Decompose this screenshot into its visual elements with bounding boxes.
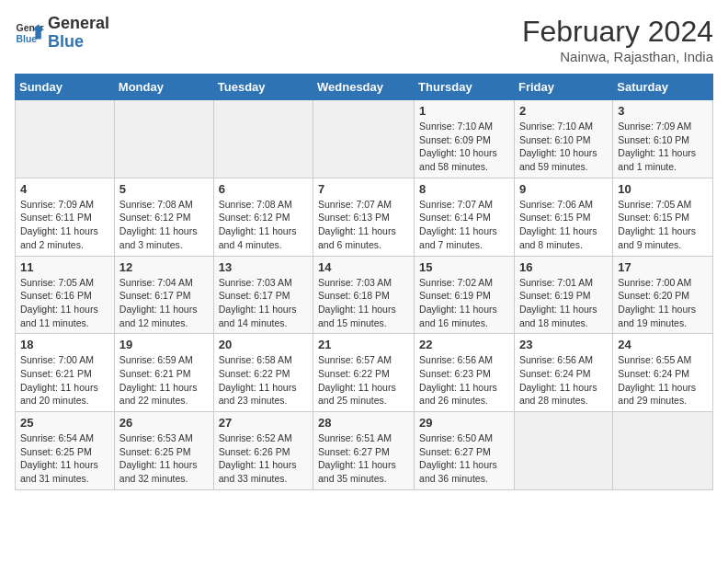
- day-number: 6: [219, 182, 308, 196]
- calendar-cell: [16, 100, 115, 178]
- day-info: Sunrise: 7:10 AM Sunset: 6:10 PM Dayligh…: [519, 120, 608, 174]
- calendar-cell: 14Sunrise: 7:03 AM Sunset: 6:18 PM Dayli…: [313, 256, 415, 334]
- day-info: Sunrise: 7:10 AM Sunset: 6:09 PM Dayligh…: [419, 120, 509, 174]
- day-number: 8: [419, 182, 509, 196]
- calendar-cell: [114, 100, 213, 178]
- day-info: Sunrise: 7:07 AM Sunset: 6:13 PM Dayligh…: [318, 198, 409, 252]
- day-number: 26: [119, 416, 209, 430]
- calendar-cell: [313, 100, 415, 178]
- day-number: 17: [618, 260, 708, 274]
- day-number: 20: [219, 338, 308, 351]
- day-info: Sunrise: 7:05 AM Sunset: 6:15 PM Dayligh…: [618, 198, 708, 252]
- day-number: 4: [20, 182, 109, 196]
- week-row-4: 18Sunrise: 7:00 AM Sunset: 6:21 PM Dayli…: [16, 334, 713, 412]
- title-area: February 2024 Nainwa, Rajasthan, India: [522, 15, 713, 64]
- location-subtitle: Nainwa, Rajasthan, India: [522, 49, 713, 64]
- day-number: 7: [318, 182, 409, 196]
- day-info: Sunrise: 6:52 AM Sunset: 6:26 PM Dayligh…: [219, 431, 308, 486]
- calendar-cell: 7Sunrise: 7:07 AM Sunset: 6:13 PM Daylig…: [313, 178, 415, 256]
- day-info: Sunrise: 7:08 AM Sunset: 6:12 PM Dayligh…: [219, 198, 308, 252]
- week-row-3: 11Sunrise: 7:05 AM Sunset: 6:16 PM Dayli…: [16, 256, 713, 334]
- calendar-cell: 25Sunrise: 6:54 AM Sunset: 6:25 PM Dayli…: [16, 412, 115, 490]
- calendar-cell: 3Sunrise: 7:09 AM Sunset: 6:10 PM Daylig…: [613, 100, 713, 178]
- calendar-cell: 12Sunrise: 7:04 AM Sunset: 6:17 PM Dayli…: [114, 256, 213, 334]
- day-info: Sunrise: 6:56 AM Sunset: 6:24 PM Dayligh…: [519, 353, 608, 408]
- day-info: Sunrise: 6:51 AM Sunset: 6:27 PM Dayligh…: [318, 431, 409, 486]
- day-info: Sunrise: 7:00 AM Sunset: 6:20 PM Dayligh…: [618, 276, 708, 330]
- calendar-cell: 2Sunrise: 7:10 AM Sunset: 6:10 PM Daylig…: [514, 100, 612, 178]
- logo-general: General: [48, 14, 109, 32]
- day-number: 3: [618, 104, 708, 118]
- calendar-cell: 10Sunrise: 7:05 AM Sunset: 6:15 PM Dayli…: [613, 178, 713, 256]
- calendar-cell: 15Sunrise: 7:02 AM Sunset: 6:19 PM Dayli…: [415, 256, 515, 334]
- weekday-header-row: SundayMondayTuesdayWednesdayThursdayFrid…: [16, 75, 713, 100]
- day-info: Sunrise: 7:09 AM Sunset: 6:11 PM Dayligh…: [20, 198, 109, 252]
- calendar-cell: 1Sunrise: 7:10 AM Sunset: 6:09 PM Daylig…: [415, 100, 515, 178]
- week-row-2: 4Sunrise: 7:09 AM Sunset: 6:11 PM Daylig…: [16, 178, 713, 256]
- calendar-cell: 11Sunrise: 7:05 AM Sunset: 6:16 PM Dayli…: [16, 256, 115, 334]
- week-row-1: 1Sunrise: 7:10 AM Sunset: 6:09 PM Daylig…: [16, 100, 713, 178]
- day-number: 18: [20, 338, 109, 351]
- day-info: Sunrise: 7:07 AM Sunset: 6:14 PM Dayligh…: [419, 198, 509, 252]
- calendar-cell: 26Sunrise: 6:53 AM Sunset: 6:25 PM Dayli…: [114, 412, 213, 490]
- day-number: 22: [419, 338, 509, 351]
- calendar-cell: 28Sunrise: 6:51 AM Sunset: 6:27 PM Dayli…: [313, 412, 415, 490]
- logo-blue: Blue: [48, 32, 84, 51]
- calendar-cell: 6Sunrise: 7:08 AM Sunset: 6:12 PM Daylig…: [213, 178, 313, 256]
- day-number: 10: [618, 182, 708, 196]
- day-info: Sunrise: 6:55 AM Sunset: 6:24 PM Dayligh…: [618, 353, 708, 408]
- calendar-table: SundayMondayTuesdayWednesdayThursdayFrid…: [15, 74, 713, 490]
- calendar-cell: 18Sunrise: 7:00 AM Sunset: 6:21 PM Dayli…: [16, 334, 115, 412]
- weekday-header-friday: Friday: [514, 75, 612, 100]
- logo: General Blue General Blue: [15, 15, 109, 52]
- calendar-cell: 4Sunrise: 7:09 AM Sunset: 6:11 PM Daylig…: [16, 178, 115, 256]
- day-info: Sunrise: 7:03 AM Sunset: 6:17 PM Dayligh…: [219, 276, 308, 330]
- calendar-cell: 9Sunrise: 7:06 AM Sunset: 6:15 PM Daylig…: [514, 178, 612, 256]
- day-number: 24: [618, 338, 708, 351]
- calendar-cell: 5Sunrise: 7:08 AM Sunset: 6:12 PM Daylig…: [114, 178, 213, 256]
- day-number: 29: [419, 416, 509, 430]
- page-header: General Blue General Blue February 2024 …: [15, 15, 713, 64]
- weekday-header-wednesday: Wednesday: [313, 75, 415, 100]
- logo-text: General Blue: [48, 15, 109, 52]
- calendar-cell: 20Sunrise: 6:58 AM Sunset: 6:22 PM Dayli…: [213, 334, 313, 412]
- month-title: February 2024: [522, 15, 713, 49]
- day-info: Sunrise: 6:54 AM Sunset: 6:25 PM Dayligh…: [20, 431, 109, 486]
- weekday-header-saturday: Saturday: [613, 75, 713, 100]
- logo-icon: General Blue: [15, 18, 44, 48]
- day-info: Sunrise: 7:04 AM Sunset: 6:17 PM Dayligh…: [119, 276, 209, 330]
- calendar-cell: 24Sunrise: 6:55 AM Sunset: 6:24 PM Dayli…: [613, 334, 713, 412]
- calendar-cell: 13Sunrise: 7:03 AM Sunset: 6:17 PM Dayli…: [213, 256, 313, 334]
- calendar-cell: 23Sunrise: 6:56 AM Sunset: 6:24 PM Dayli…: [514, 334, 612, 412]
- day-info: Sunrise: 6:58 AM Sunset: 6:22 PM Dayligh…: [219, 353, 308, 408]
- day-info: Sunrise: 6:57 AM Sunset: 6:22 PM Dayligh…: [318, 353, 409, 408]
- day-info: Sunrise: 7:01 AM Sunset: 6:19 PM Dayligh…: [519, 276, 608, 330]
- calendar-cell: 22Sunrise: 6:56 AM Sunset: 6:23 PM Dayli…: [415, 334, 515, 412]
- day-info: Sunrise: 7:08 AM Sunset: 6:12 PM Dayligh…: [119, 198, 209, 252]
- day-info: Sunrise: 7:05 AM Sunset: 6:16 PM Dayligh…: [20, 276, 109, 330]
- calendar-cell: 17Sunrise: 7:00 AM Sunset: 6:20 PM Dayli…: [613, 256, 713, 334]
- weekday-header-tuesday: Tuesday: [213, 75, 313, 100]
- day-number: 14: [318, 260, 409, 274]
- day-number: 5: [119, 182, 209, 196]
- day-number: 11: [20, 260, 109, 274]
- calendar-cell: 21Sunrise: 6:57 AM Sunset: 6:22 PM Dayli…: [313, 334, 415, 412]
- calendar-cell: [613, 412, 713, 490]
- calendar-cell: 16Sunrise: 7:01 AM Sunset: 6:19 PM Dayli…: [514, 256, 612, 334]
- day-number: 13: [219, 260, 308, 274]
- day-number: 1: [419, 104, 509, 118]
- day-info: Sunrise: 7:09 AM Sunset: 6:10 PM Dayligh…: [618, 120, 708, 174]
- day-number: 16: [519, 260, 608, 274]
- calendar-cell: 19Sunrise: 6:59 AM Sunset: 6:21 PM Dayli…: [114, 334, 213, 412]
- day-info: Sunrise: 7:02 AM Sunset: 6:19 PM Dayligh…: [419, 276, 509, 330]
- day-number: 2: [519, 104, 608, 118]
- day-info: Sunrise: 7:00 AM Sunset: 6:21 PM Dayligh…: [20, 353, 109, 408]
- day-number: 9: [519, 182, 608, 196]
- weekday-header-sunday: Sunday: [16, 75, 115, 100]
- calendar-cell: 27Sunrise: 6:52 AM Sunset: 6:26 PM Dayli…: [213, 412, 313, 490]
- day-number: 15: [419, 260, 509, 274]
- svg-text:Blue: Blue: [17, 33, 38, 43]
- calendar-cell: [514, 412, 612, 490]
- day-info: Sunrise: 6:53 AM Sunset: 6:25 PM Dayligh…: [119, 431, 209, 486]
- day-info: Sunrise: 6:50 AM Sunset: 6:27 PM Dayligh…: [419, 431, 509, 486]
